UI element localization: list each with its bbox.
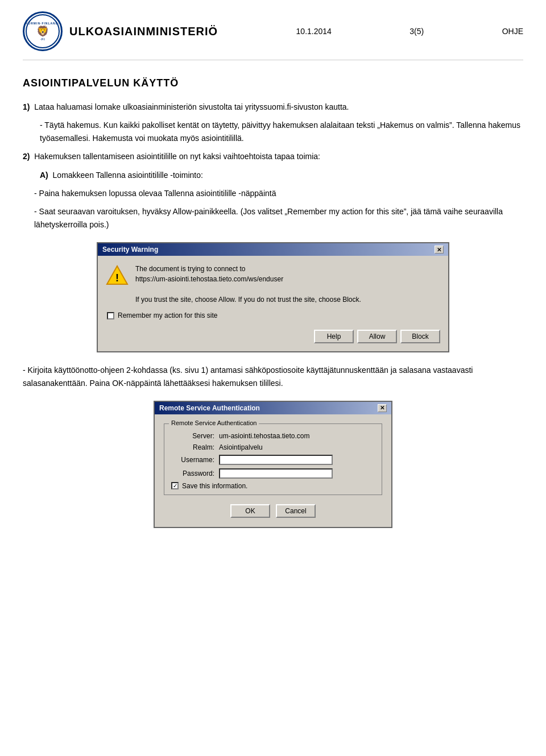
- page-content: ASIOINTIPALVELUN KÄYTTÖ 1) Lataa haluama…: [23, 77, 523, 528]
- auth-dialog-buttons: OK Cancel: [159, 500, 387, 522]
- substep-a1: - Paina hakemuksen lopussa olevaa Tallen…: [34, 187, 523, 200]
- password-label: Password:: [169, 470, 214, 477]
- header-date: 10.1.2014: [296, 27, 332, 36]
- security-warning-dialog: Security Warning ✕ ! The document is try…: [97, 242, 449, 352]
- dialog-titlebar: Security Warning ✕: [98, 243, 448, 256]
- page-title: ASIOINTIPALVELUN KÄYTTÖ: [23, 77, 523, 89]
- substep-a2: - Saat seuraavan varoituksen, hyväksy Al…: [34, 205, 523, 231]
- remember-checkbox[interactable]: [107, 312, 114, 319]
- allow-button[interactable]: Allow: [357, 330, 397, 343]
- warning-icon: !: [106, 264, 129, 286]
- save-info-checkbox[interactable]: ✓: [171, 482, 179, 489]
- dialog-content-row: ! The document is trying to connect to h…: [106, 264, 440, 305]
- dialog-close-button[interactable]: ✕: [435, 246, 444, 254]
- password-row: Password:: [169, 468, 377, 479]
- step1-text: 1) Lataa haluamasi lomake ulkoasiainmini…: [23, 101, 523, 113]
- save-info-row[interactable]: ✓ Save this information.: [171, 482, 377, 490]
- auth-dialog-title: Remote Service Authentication: [159, 404, 260, 412]
- password-input[interactable]: [219, 468, 333, 479]
- auth-group-box: Remote Service Authentication Server: um…: [164, 423, 382, 495]
- auth-group-label: Remote Service Authentication: [169, 419, 259, 426]
- dialog-buttons: Help Allow Block: [106, 327, 440, 343]
- help-button[interactable]: Help: [314, 330, 354, 343]
- server-value: um-asiointi.tehostaa.tieto.com: [219, 432, 309, 440]
- org-name: ULKOASIAINMINISTERIÖ: [69, 25, 218, 38]
- realm-value: Asiointipalvelu: [219, 443, 263, 451]
- header-page-ref: 3(5): [410, 27, 424, 36]
- realm-label: Realm:: [169, 443, 214, 451]
- username-label: Username:: [169, 456, 214, 464]
- auth-dialog-close-button[interactable]: ✕: [378, 404, 387, 412]
- ok-button[interactable]: OK: [230, 504, 270, 518]
- server-label: Server:: [169, 432, 214, 440]
- page-header: FORMIN·FINLAND· 🦁 ·FI ULKOASIAINMINISTER…: [23, 11, 523, 60]
- block-button[interactable]: Block: [400, 330, 440, 343]
- remember-checkbox-row[interactable]: Remember my action for this site: [107, 311, 440, 319]
- realm-row: Realm: Asiointipalvelu: [169, 443, 377, 451]
- bottom-text: - Kirjoita käyttöönotto-ohjeen 2-kohdass…: [23, 364, 523, 389]
- auth-dialog-titlebar: Remote Service Authentication ✕: [155, 402, 391, 414]
- substep-a-text: A) Lomakkeen Tallenna asiointitilille -t…: [40, 169, 523, 181]
- logo: FORMIN·FINLAND· 🦁 ·FI: [23, 11, 63, 51]
- step1b-text: - Täytä hakemus. Kun kaikki pakolliset k…: [40, 119, 523, 144]
- auth-dialog-body: Remote Service Authentication Server: um…: [155, 414, 391, 527]
- username-input[interactable]: [219, 455, 333, 465]
- username-row: Username:: [169, 455, 377, 465]
- header-left: FORMIN·FINLAND· 🦁 ·FI ULKOASIAINMINISTER…: [23, 11, 218, 51]
- auth-dialog: Remote Service Authentication ✕ Remote S…: [154, 401, 392, 528]
- dialog-body: ! The document is trying to connect to h…: [98, 256, 448, 351]
- header-doc-type: OHJE: [502, 27, 523, 36]
- remember-checkbox-label: Remember my action for this site: [118, 311, 217, 319]
- dialog-message: The document is trying to connect to htt…: [135, 264, 361, 305]
- cancel-button[interactable]: Cancel: [276, 504, 316, 518]
- svg-text:!: !: [115, 272, 119, 284]
- save-info-label: Save this information.: [182, 482, 247, 490]
- security-warning-dialog-container: Security Warning ✕ ! The document is try…: [97, 242, 449, 352]
- dialog-title: Security Warning: [102, 246, 158, 254]
- auth-dialog-container: Remote Service Authentication ✕ Remote S…: [23, 401, 523, 528]
- step2-text: 2) Hakemuksen tallentamiseen asiointitil…: [23, 150, 523, 163]
- server-row: Server: um-asiointi.tehostaa.tieto.com: [169, 432, 377, 440]
